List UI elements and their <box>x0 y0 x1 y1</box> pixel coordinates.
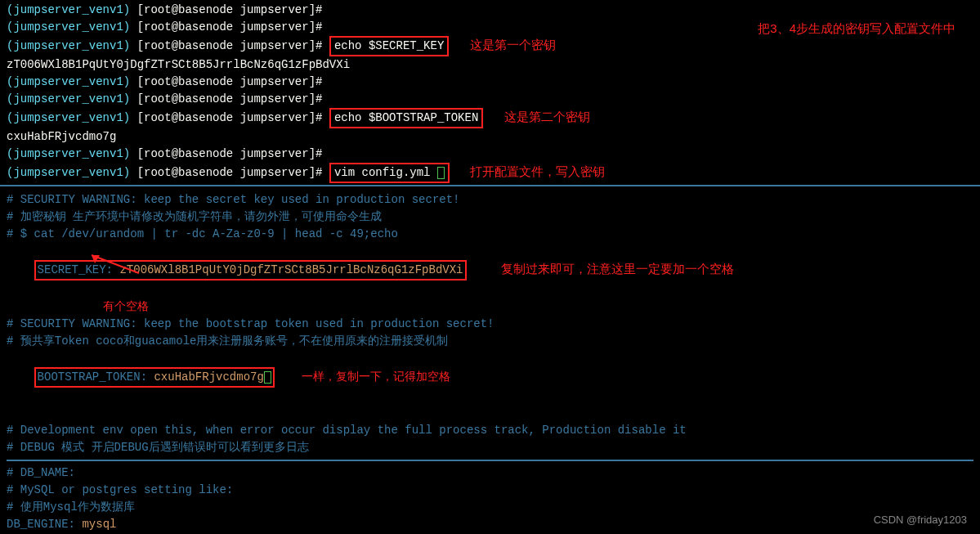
cmd-echo-secret: echo $SECRET_KEY <box>329 36 449 56</box>
cursor-icon <box>437 167 445 179</box>
comment-line: # SECURITY WARNING: keep the bootstrap t… <box>7 316 973 333</box>
config-editor-pane[interactable]: # SECURITY WARNING: keep the secret key … <box>0 186 980 534</box>
prompt-line: (jumpserver_venv1) [root@basenode jumpse… <box>7 19 973 36</box>
prompt-line: (jumpserver_venv1) [root@basenode jumpse… <box>7 108 973 128</box>
annotation-open-config: 打开配置文件，写入密钥 <box>470 164 605 178</box>
annotation-first-key: 这是第一个密钥 <box>470 38 556 52</box>
comment-line: # DEBUG 模式 开启DEBUG后遇到错误时可以看到更多日志 <box>7 439 973 456</box>
annotation-has-space: 有个空格 <box>103 299 149 312</box>
comment-line: # MySQL or postgres setting like: <box>7 482 973 499</box>
watermark-text: CSDN @friday1203 <box>874 512 967 528</box>
secret-key-config-line: SECRET_KEY: zT006WXl8B1PqUtY0jDgfZTrSCt8… <box>7 243 973 298</box>
prompt-line: (jumpserver_venv1) [root@basenode jumpse… <box>7 146 973 163</box>
bootstrap-box: BOOTSTRAP_TOKEN: cxuHabFRjvcdmo7g <box>34 367 275 388</box>
annotation-same-copy: 一样，复制一下，记得加空格 <box>302 370 450 383</box>
comment-line: # 使用Mysql作为数据库 <box>7 499 973 516</box>
cmd-vim-config: vim config.yml <box>329 163 450 183</box>
shell-prompt: [root@basenode jumpserver]# <box>137 3 323 16</box>
annotation-second-key: 这是第二个密钥 <box>504 110 590 123</box>
comment-line: # $ cat /dev/urandom | tr -dc A-Za-z0-9 … <box>7 226 973 243</box>
venv-label: (jumpserver_venv1) <box>7 3 130 16</box>
secret-key-box: SECRET_KEY: zT006WXl8B1PqUtY0jDgfZTrSCt8… <box>34 260 467 280</box>
bootstrap-output: cxuHabFRjvcdmo7g <box>7 128 973 146</box>
secret-key-output: zT006WXl8B1PqUtY0jDgfZTrSCt8B5JrrlBcNz6q… <box>7 56 973 74</box>
bootstrap-config-line: BOOTSTRAP_TOKEN: cxuHabFRjvcdmo7g 一样，复制一… <box>7 350 973 405</box>
prompt-line: (jumpserver_venv1) [root@basenode jumpse… <box>7 36 973 56</box>
prompt-line: (jumpserver_venv1) [root@basenode jumpse… <box>7 91 973 108</box>
prompt-line: (jumpserver_venv1) [root@basenode jumpse… <box>7 74 973 91</box>
prompt-line: (jumpserver_venv1) [root@basenode jumpse… <box>7 163 973 183</box>
comment-line: # SECURITY WARNING: keep the secret key … <box>7 191 973 209</box>
comment-line: # Development env open this, when error … <box>7 422 973 439</box>
blank-line <box>7 405 973 422</box>
comment-line: # 预共享Token coco和guacamole用来注册服务账号，不在使用原来… <box>7 333 973 350</box>
prompt-line: (jumpserver_venv1) [root@basenode jumpse… <box>7 2 973 19</box>
db-engine-line: DB_ENGINE: mysql <box>7 516 973 533</box>
cmd-echo-bootstrap: echo $BOOTSTRAP_TOKEN <box>329 108 483 128</box>
terminal-pane[interactable]: (jumpserver_venv1) [root@basenode jumpse… <box>0 0 980 186</box>
comment-line: # 加密秘钥 生产环境中请修改为随机字符串，请勿外泄，可使用命令生成 <box>7 209 973 226</box>
section-divider <box>7 460 973 461</box>
cursor-icon <box>264 371 271 384</box>
comment-line: # DB_NAME: <box>7 464 973 482</box>
space-annotation-line: 有个空格 <box>7 298 973 316</box>
annotation-copy-note: 复制过来即可，注意这里一定要加一个空格 <box>501 262 734 276</box>
